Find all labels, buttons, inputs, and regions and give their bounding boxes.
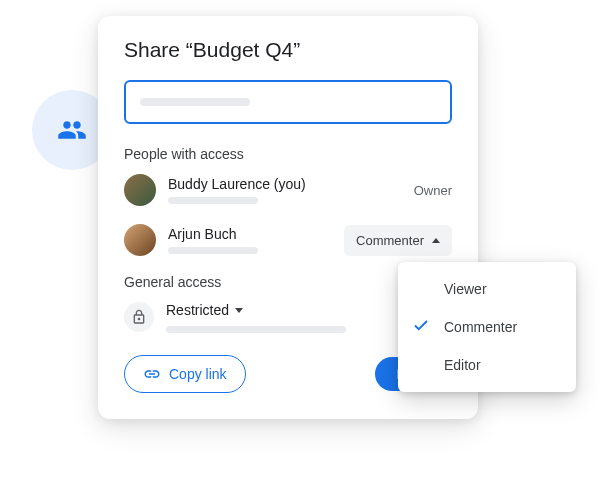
access-description-placeholder — [166, 326, 346, 333]
role-option-editor[interactable]: Editor — [398, 346, 576, 384]
role-option-label: Editor — [444, 357, 481, 373]
role-option-label: Viewer — [444, 281, 487, 297]
copy-link-button[interactable]: Copy link — [124, 355, 246, 393]
person-info: Buddy Laurence (you) — [168, 176, 414, 204]
person-email-placeholder — [168, 247, 258, 254]
people-with-access-label: People with access — [124, 146, 452, 162]
lock-badge — [124, 302, 154, 332]
role-dropdown-label: Commenter — [356, 233, 424, 248]
access-mode-label: Restricted — [166, 302, 229, 318]
lock-icon — [131, 309, 147, 325]
person-row: Arjun Buch Commenter — [124, 224, 452, 256]
person-email-placeholder — [168, 197, 258, 204]
role-menu: Viewer Commenter Editor — [398, 262, 576, 392]
input-placeholder — [140, 98, 250, 106]
person-name: Buddy Laurence (you) — [168, 176, 414, 192]
caret-up-icon — [432, 238, 440, 243]
avatar — [124, 174, 156, 206]
role-option-viewer[interactable]: Viewer — [398, 270, 576, 308]
avatar — [124, 224, 156, 256]
link-icon — [143, 365, 161, 383]
person-row: Buddy Laurence (you) Owner — [124, 174, 452, 206]
dialog-title: Share “Budget Q4” — [124, 38, 452, 62]
role-dropdown[interactable]: Commenter — [344, 225, 452, 256]
person-info: Arjun Buch — [168, 226, 344, 254]
role-owner-label: Owner — [414, 183, 452, 198]
role-option-label: Commenter — [444, 319, 517, 335]
people-icon — [57, 115, 87, 145]
copy-link-label: Copy link — [169, 366, 227, 382]
caret-down-icon — [235, 308, 243, 313]
person-name: Arjun Buch — [168, 226, 344, 242]
add-people-input[interactable] — [124, 80, 452, 124]
role-option-commenter[interactable]: Commenter — [398, 308, 576, 346]
check-icon — [412, 317, 430, 338]
